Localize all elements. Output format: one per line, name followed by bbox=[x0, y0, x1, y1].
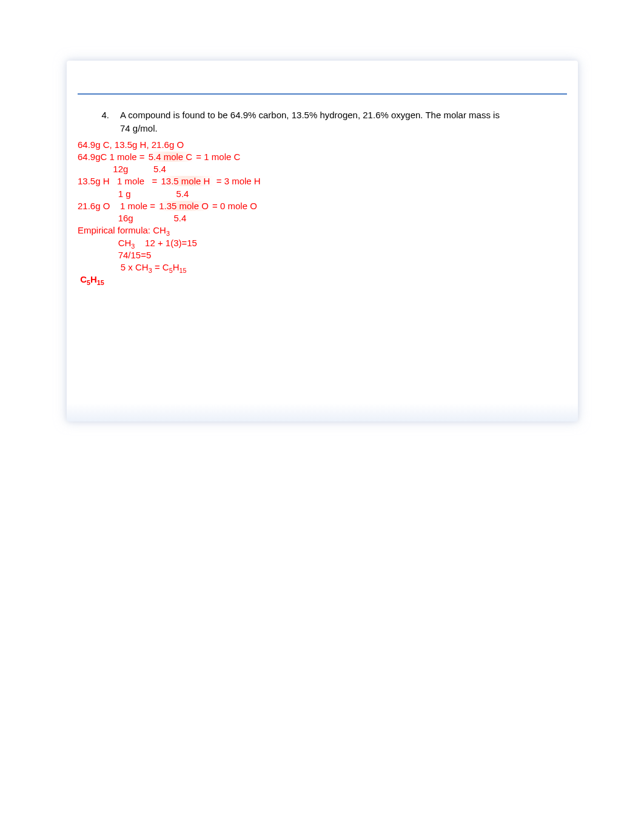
w9b: 12 + 1(3)=15 bbox=[135, 238, 197, 248]
work-line-2: 64.9gC 1 mole = 5.4 mole C = 1 mole C bbox=[78, 151, 567, 163]
work-line-6: 21.6g O 1 mole = 1.35 mole O = 0 mole O bbox=[78, 200, 567, 212]
work-l4-c: = 3 mole H bbox=[214, 176, 261, 186]
work-line-8: Empirical formula: CH3 bbox=[78, 224, 567, 236]
work-l2-a: 64.9gC 1 mole = bbox=[78, 152, 147, 162]
w11c: H bbox=[173, 262, 179, 272]
card-bottom-glow bbox=[67, 403, 578, 421]
question-number: 4. bbox=[78, 109, 120, 121]
work-line-10: 74/15=5 bbox=[78, 249, 567, 261]
ans-s2: 15 bbox=[97, 279, 104, 286]
work-l6-a: 21.6g O 1 mole = bbox=[78, 201, 158, 211]
work-line-11: 5 x CH3 = C5H15 bbox=[78, 261, 567, 273]
work-l6-c: = 0 mole O bbox=[210, 201, 257, 211]
question-text-line2: 74 g/mol. bbox=[78, 122, 567, 135]
work-line-5: 1 g 5.4 bbox=[78, 188, 567, 200]
w11a: 5 x CH bbox=[78, 262, 149, 272]
work-l2-c: = 1 mole C bbox=[193, 152, 240, 162]
question-text-line1: A compound is found to be 64.9% carbon, … bbox=[120, 109, 567, 121]
header-divider bbox=[78, 73, 567, 95]
work-l6-b-highlight: 1.35 mole O bbox=[158, 201, 210, 211]
work-l4-b-highlight: 13.5 mole H bbox=[160, 176, 214, 186]
question-block: 4. A compound is found to be 64.9% carbo… bbox=[78, 109, 567, 121]
empirical-label: Empirical formula: CH bbox=[78, 225, 166, 235]
document-card: 4. A compound is found to be 64.9% carbo… bbox=[67, 61, 578, 421]
empirical-sub: 3 bbox=[166, 230, 170, 237]
work-l4-a: 13.5g H 1 mole = bbox=[78, 176, 160, 186]
work-line-1: 64.9g C, 13.5g H, 21.6g O bbox=[78, 139, 567, 151]
work-line-4: 13.5g H 1 mole = 13.5 mole H = 3 mole H bbox=[78, 175, 567, 187]
work-l2-b-highlight: 5.4 mole C bbox=[147, 152, 194, 162]
work-line-3: 12g 5.4 bbox=[78, 163, 567, 175]
ans-a: C bbox=[78, 274, 87, 284]
w9a: CH bbox=[78, 238, 131, 248]
document-content: 4. A compound is found to be 64.9% carbo… bbox=[67, 109, 578, 298]
w11b: = C bbox=[152, 262, 169, 272]
w11s3: 15 bbox=[179, 267, 187, 274]
final-answer: C5H15 bbox=[78, 273, 567, 286]
ans-b: H bbox=[90, 274, 97, 284]
work-line-9: CH3 12 + 1(3)=15 bbox=[78, 237, 567, 249]
work-line-7: 16g 5.4 bbox=[78, 212, 567, 224]
